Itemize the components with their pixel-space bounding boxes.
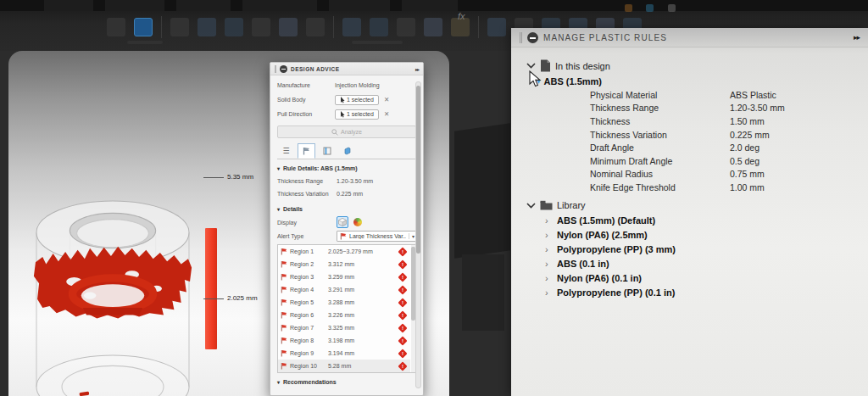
region-row[interactable]: Region 8 3.198 mm ! <box>278 334 410 347</box>
toolbar-icon[interactable] <box>487 18 506 36</box>
region-list[interactable]: Region 1 2.025~3.279 mm ! Region 2 3.312… <box>277 244 416 373</box>
toolbar-icon[interactable] <box>342 18 361 36</box>
library-item-label: Polypropylene (PP) (3 mm) <box>557 244 676 254</box>
property-value: 1.20-3.50 mm <box>730 103 785 113</box>
rule-details-title: Rule Details: ABS (1.5mm) <box>283 165 358 171</box>
design-advice-dialog: DESIGN ADVICE ▸▸ Manufacture Injection M… <box>270 62 424 396</box>
property-value: 1.50 mm <box>730 116 765 126</box>
toolbar-icon[interactable] <box>370 18 388 36</box>
region-row[interactable]: Region 3 3.259 mm ! <box>278 271 410 283</box>
thickness-variation-label: Thickness Variation <box>277 191 337 197</box>
manufacture-value: Injection Molding <box>335 82 380 88</box>
dimmed-canvas <box>454 123 510 258</box>
recommendations-title: Recommendations <box>283 379 337 385</box>
library-item-label: Nylon (PA6) (0.1 in) <box>557 273 642 283</box>
region-row[interactable]: Region 7 3.325 mm ! <box>278 321 410 334</box>
library-item[interactable]: › Nylon (PA6) (2.5mm) <box>545 228 868 243</box>
tab-flag-view[interactable] <box>298 143 315 159</box>
toolbar-icon[interactable] <box>397 18 415 36</box>
dialog-header[interactable]: DESIGN ADVICE ▸▸ <box>270 63 423 75</box>
warning-icon: ! <box>398 272 407 282</box>
solid-body-selection-button[interactable]: 1 selected <box>335 95 379 105</box>
toolbar-tab[interactable] <box>329 0 390 11</box>
toolbar-tab[interactable] <box>402 0 458 11</box>
tree-node-in-this-design[interactable]: In this design <box>526 58 868 74</box>
recommendations-section-header[interactable]: ▾ Recommendations <box>277 376 416 388</box>
chevron-right-icon[interactable]: › <box>545 259 554 269</box>
toolbar-tab[interactable] <box>105 0 164 11</box>
region-row[interactable]: Region 5 3.288 mm ! <box>278 296 410 309</box>
clear-pull-direction-icon[interactable]: ✕ <box>384 110 389 118</box>
tab-thickness-view[interactable] <box>338 143 356 159</box>
fx-parameters-icon[interactable]: fx <box>458 11 465 21</box>
property-row: Knife Edge Threshold 1.00 mm <box>590 181 868 194</box>
property-row: Thickness 1.50 mm <box>590 114 868 128</box>
toolbar-icon[interactable] <box>252 18 270 36</box>
collapse-dialog-icon[interactable]: ▸▸ <box>415 66 419 72</box>
toolbar-tab[interactable] <box>44 0 93 11</box>
toolbar-tab[interactable] <box>176 0 231 11</box>
toolbar-tab[interactable] <box>242 0 317 11</box>
toolbar-icon[interactable] <box>306 18 325 36</box>
region-row[interactable]: Region 9 3.194 mm ! <box>278 347 410 360</box>
chevron-right-icon[interactable]: › <box>545 273 554 283</box>
fusion-window: fx <box>0 0 868 396</box>
folder-icon <box>540 200 553 210</box>
toolbar-icon[interactable] <box>424 18 442 36</box>
toolbar-icon[interactable] <box>225 18 243 36</box>
tree-node-abs-rule[interactable]: ▾ ABS (1.5mm) <box>537 74 868 88</box>
tab-draft-view[interactable] <box>318 143 336 159</box>
analyze-button[interactable]: Analyze <box>277 125 416 138</box>
region-row[interactable]: Region 10 5.28 mm ! <box>278 360 410 372</box>
dialog-scrollbar[interactable] <box>415 81 421 388</box>
collapse-panel-icon[interactable]: ▸▸ <box>854 33 860 42</box>
tree-node-library[interactable]: Library <box>526 198 868 214</box>
library-item[interactable]: › Nylon (PA6) (0.1 in) <box>545 271 868 286</box>
tab-list-view[interactable]: ☰ <box>277 143 295 159</box>
display-shaded-toggle[interactable] <box>337 216 348 228</box>
alert-type-dropdown[interactable]: Large Thickness Var... ▾ <box>337 231 418 242</box>
chevron-down-icon[interactable] <box>526 63 536 69</box>
chevron-right-icon[interactable]: › <box>545 230 554 240</box>
toolbar-icon-active[interactable] <box>134 18 153 36</box>
details-section-header[interactable]: ▾ Details <box>277 203 416 215</box>
chevron-right-icon[interactable]: › <box>545 287 554 298</box>
clear-solid-body-icon[interactable]: ✕ <box>384 96 389 103</box>
dimmed-canvas <box>462 254 504 331</box>
toolbar-icon[interactable] <box>279 18 298 36</box>
scale-max-label: 5.35 mm <box>227 173 253 181</box>
draft-analysis-icon <box>323 147 331 155</box>
region-row[interactable]: Region 4 3.291 mm ! <box>278 283 410 296</box>
toolbar-separator <box>333 16 334 38</box>
library-item[interactable]: › Polypropylene (PP) (0.1 in) <box>545 286 868 300</box>
library-item[interactable]: › Polypropylene (PP) (3 mm) <box>545 243 868 257</box>
region-name: Region 3 <box>290 274 326 280</box>
region-value: 2.025~3.279 mm <box>328 248 397 254</box>
drag-handle-icon[interactable] <box>520 32 522 43</box>
thickness-variation-row: Thickness Variation 0.225 mm <box>277 187 416 200</box>
display-gradient-toggle[interactable] <box>352 216 364 228</box>
rule-details-section-header[interactable]: ▾ Rule Details: ABS (1.5mm) <box>277 162 416 175</box>
scrollbar-thumb[interactable] <box>416 86 420 254</box>
collapse-section-icon: ▾ <box>277 379 280 385</box>
toolbar-icon[interactable] <box>170 18 189 36</box>
solid-body-count: 1 selected <box>347 97 374 103</box>
toolbar-icon[interactable] <box>198 18 216 36</box>
chevron-right-icon[interactable]: › <box>545 215 554 226</box>
panel-header[interactable]: MANAGE PLASTIC RULES ▸▸ <box>511 28 868 47</box>
region-row[interactable]: Region 1 2.025~3.279 mm ! <box>278 245 410 258</box>
rule-name[interactable]: ABS (1.5mm) <box>544 76 602 86</box>
region-row[interactable]: Region 6 3.226 mm ! <box>278 309 410 321</box>
chevron-down-icon[interactable] <box>526 203 536 209</box>
library-item[interactable]: › ABS (0.1 in) <box>545 257 868 271</box>
property-row: Thickness Variation 0.225 mm <box>590 128 868 142</box>
scale-tick-bottom <box>203 298 224 299</box>
region-row[interactable]: Region 2 3.312 mm ! <box>278 258 410 271</box>
drag-handle-icon[interactable] <box>275 65 276 73</box>
chevron-right-icon[interactable]: › <box>545 244 554 254</box>
region-value: 3.288 mm <box>328 299 397 305</box>
toolbar-icon[interactable] <box>107 18 125 36</box>
dimmed-icon <box>646 4 654 12</box>
library-item[interactable]: › ABS (1.5mm) (Default) <box>545 214 868 228</box>
pull-direction-selection-button[interactable]: 1 selected <box>335 109 379 120</box>
